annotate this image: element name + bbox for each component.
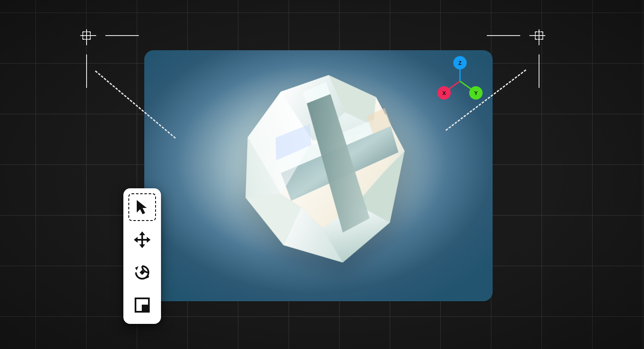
svg-marker-14	[240, 87, 322, 199]
axis-y-ball[interactable]	[469, 86, 483, 100]
rotate-icon	[133, 263, 152, 282]
tool-palette	[123, 188, 161, 324]
axis-z-ball[interactable]	[453, 56, 467, 69]
crop-mark-left	[80, 29, 139, 88]
svg-marker-5	[347, 151, 418, 229]
svg-marker-7	[276, 201, 342, 274]
svg-marker-9	[271, 128, 392, 235]
scale-tool[interactable]	[128, 291, 156, 319]
move-icon	[133, 230, 152, 249]
svg-marker-16	[365, 108, 392, 135]
svg-marker-2	[279, 73, 349, 145]
svg-marker-0	[224, 63, 424, 279]
svg-marker-3	[328, 67, 381, 133]
svg-marker-4	[347, 94, 408, 177]
viewport-3d[interactable]: Z X Y	[144, 50, 493, 301]
svg-marker-10	[276, 126, 404, 202]
svg-marker-11	[271, 114, 395, 173]
move-tool[interactable]	[128, 226, 156, 254]
svg-marker-1	[225, 87, 322, 202]
scale-icon	[133, 295, 152, 315]
crop-mark-right	[487, 29, 545, 88]
svg-marker-6	[319, 198, 396, 265]
svg-rect-23	[142, 305, 149, 312]
svg-marker-12	[306, 91, 371, 234]
svg-marker-15	[270, 124, 316, 160]
svg-rect-21	[137, 239, 147, 241]
select-tool[interactable]	[128, 193, 156, 221]
axis-gizmo[interactable]: Z X Y	[435, 55, 485, 101]
cursor-icon	[133, 198, 152, 217]
svg-marker-13	[301, 82, 331, 104]
axis-x-ball[interactable]	[437, 86, 451, 100]
rotate-tool[interactable]	[128, 259, 156, 286]
rendered-3d-object	[189, 50, 447, 298]
svg-marker-8	[245, 187, 308, 251]
